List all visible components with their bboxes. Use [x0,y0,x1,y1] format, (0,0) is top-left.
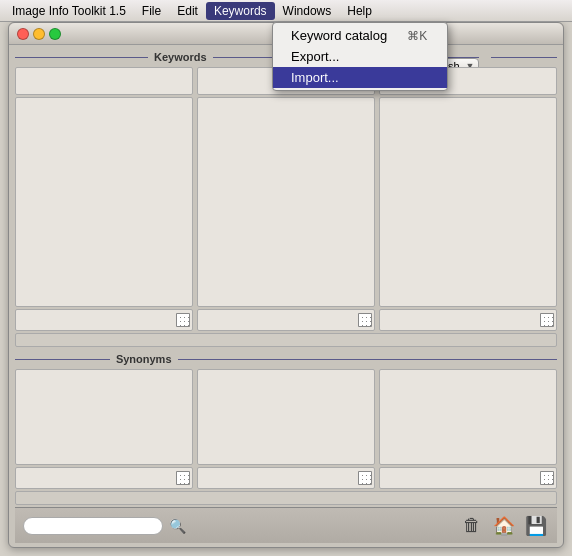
home-button[interactable]: 🏠 [491,513,517,539]
syn2-list[interactable] [197,369,375,465]
col1-grid-icon[interactable] [176,313,190,327]
col2-bottom-bar [197,309,375,331]
dropdown-export[interactable]: Export... [273,46,447,67]
delete-button[interactable]: 🗑 [459,513,485,539]
keywords-scrollbar[interactable] [15,333,557,347]
syn-bottom-col-1 [15,467,193,489]
syn-bottom-col-3 [379,467,557,489]
keywords-dropdown: Keyword catalog ⌘K Export... Import... [272,22,448,91]
synonyms-header: Synonyms [15,353,557,365]
windows-menu[interactable]: Windows [275,2,340,20]
header-line-left [15,57,148,58]
file-menu[interactable]: File [134,2,169,20]
syn-col-3 [379,369,557,465]
col3-grid-icon[interactable] [540,313,554,327]
syn2-bottom-bar [197,467,375,489]
syn-col-1 [15,369,193,465]
syn3-bottom-bar [379,467,557,489]
synonyms-scrollbar[interactable] [15,491,557,505]
dropdown-import[interactable]: Import... [273,67,447,88]
syn-bottom-col-2 [197,467,375,489]
synonyms-bottom-row [15,467,557,489]
help-menu[interactable]: Help [339,2,380,20]
synonyms-section-label: Synonyms [110,353,178,365]
syn2-grid-icon[interactable] [358,471,372,485]
col1-main-list[interactable] [15,97,193,307]
header-line-right [491,57,557,58]
syn-col-2 [197,369,375,465]
keywords-menu[interactable]: Keywords [206,2,275,20]
col2-main-list[interactable] [197,97,375,307]
synonyms-cols [15,369,557,465]
window-content: Keywords english ▼ [9,45,563,547]
syn1-bottom-bar [15,467,193,489]
traffic-lights [17,28,61,40]
bottom-toolbar: 🔍 🗑 🏠 💾 [15,507,557,543]
maximize-button[interactable] [49,28,61,40]
synonyms-area [15,369,557,489]
save-button[interactable]: 💾 [523,513,549,539]
col3-main-list[interactable] [379,97,557,307]
syn3-grid-icon[interactable] [540,471,554,485]
menubar: Image Info Toolkit 1.5 File Edit Keyword… [0,0,572,22]
app-menu[interactable]: Image Info Toolkit 1.5 [4,2,134,20]
synonyms-line-right [178,359,557,360]
col1-top-list[interactable] [15,67,193,95]
main-window: Ke... Keywords english ▼ [8,22,564,548]
synonyms-line-left [15,359,110,360]
search-wrap [23,517,163,535]
keywords-section-label: Keywords [148,51,213,63]
close-button[interactable] [17,28,29,40]
minimize-button[interactable] [33,28,45,40]
col2-grid-icon[interactable] [358,313,372,327]
col1-bottom-bar [15,309,193,331]
edit-menu[interactable]: Edit [169,2,206,20]
search-input[interactable] [30,520,140,532]
syn1-list[interactable] [15,369,193,465]
col3-bottom-bar [379,309,557,331]
syn1-grid-icon[interactable] [176,471,190,485]
keyword-col-3 [379,67,557,331]
keyword-col-2 [197,67,375,331]
keyword-col-1 [15,67,193,331]
dropdown-keyword-catalog[interactable]: Keyword catalog ⌘K [273,25,447,46]
keyword-columns [15,67,557,331]
search-icon: 🔍 [169,518,186,534]
syn3-list[interactable] [379,369,557,465]
